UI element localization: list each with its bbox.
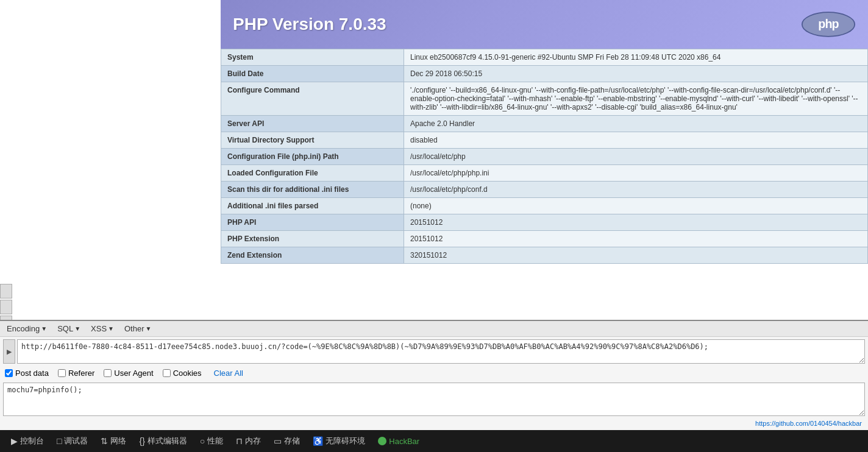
table-cell-value: (none) (404, 198, 868, 214)
table-cell-label: Server API (221, 116, 404, 132)
table-row: Configure Command'./configure' '--build=… (221, 82, 868, 116)
table-cell-value: 320151012 (404, 247, 868, 264)
table-cell-label: PHP API (221, 214, 404, 231)
svg-text:php: php (818, 17, 839, 30)
php-title: PHP Version 7.0.33 (233, 15, 386, 34)
table-row: Build DateDec 29 2018 06:50:15 (221, 66, 868, 82)
table-cell-value: Linux eb2500687cf9 4.15.0-91-generic #92… (404, 49, 868, 66)
table-row: Virtual Directory Supportdisabled (221, 132, 868, 149)
table-cell-label: Additional .ini files parsed (221, 198, 404, 214)
php-header: PHP Version 7.0.33 php (221, 0, 868, 49)
php-logo: php (801, 9, 856, 40)
table-cell-value: './configure' '--build=x86_64-linux-gnu'… (404, 82, 868, 116)
table-cell-label: System (221, 49, 404, 66)
phpinfo-container: PHP Version 7.0.33 php SystemLinux eb250… (221, 0, 868, 264)
table-cell-value: /usr/local/etc/php/php.ini (404, 165, 868, 182)
table-cell-label: Zend Extension (221, 247, 404, 264)
table-cell-label: Virtual Directory Support (221, 132, 404, 149)
table-cell-value: 20151012 (404, 231, 868, 247)
table-cell-value: /usr/local/etc/php/conf.d (404, 182, 868, 198)
table-cell-value: /usr/local/etc/php (404, 149, 868, 165)
phpinfo-table: SystemLinux eb2500687cf9 4.15.0-91-gener… (221, 49, 868, 264)
table-cell-label: Configure Command (221, 82, 404, 116)
table-row: Server APIApache 2.0 Handler (221, 116, 868, 132)
table-cell-value: Apache 2.0 Handler (404, 116, 868, 132)
table-cell-label: Scan this dir for additional .ini files (221, 182, 404, 198)
table-row: Loaded Configuration File/usr/local/etc/… (221, 165, 868, 182)
table-row: SystemLinux eb2500687cf9 4.15.0-91-gener… (221, 49, 868, 66)
table-row: Scan this dir for additional .ini files/… (221, 182, 868, 198)
table-row: Configuration File (php.ini) Path/usr/lo… (221, 149, 868, 165)
table-row: Zend Extension320151012 (221, 247, 868, 264)
table-cell-label: Loaded Configuration File (221, 165, 404, 182)
table-cell-value: 20151012 (404, 214, 868, 231)
table-row: PHP Extension20151012 (221, 231, 868, 247)
table-cell-label: Build Date (221, 66, 404, 82)
table-cell-value: disabled (404, 132, 868, 149)
table-cell-label: Configuration File (php.ini) Path (221, 149, 404, 165)
table-cell-value: Dec 29 2018 06:50:15 (404, 66, 868, 82)
table-cell-label: PHP Extension (221, 231, 404, 247)
table-row: Additional .ini files parsed(none) (221, 198, 868, 214)
table-row: PHP API20151012 (221, 214, 868, 231)
